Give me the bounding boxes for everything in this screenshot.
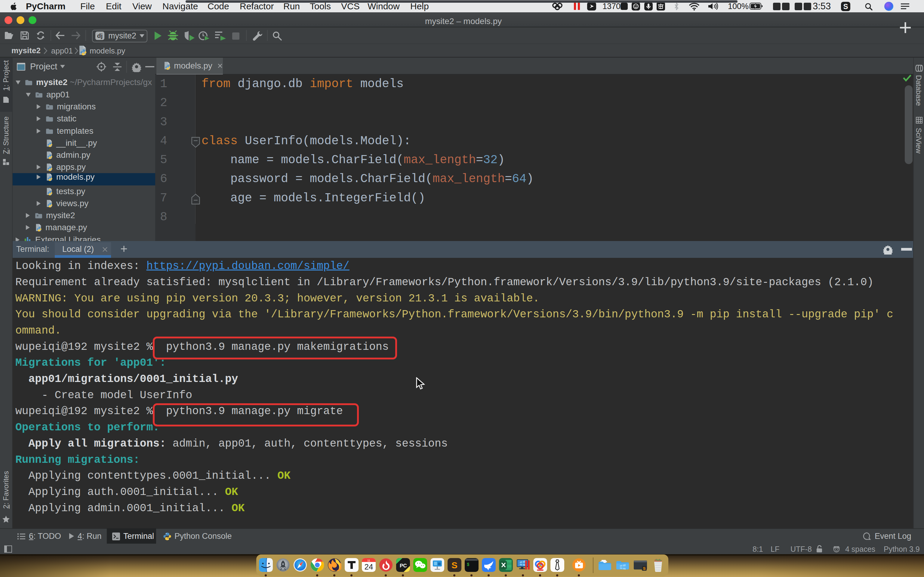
svg-text:$: $	[467, 562, 469, 567]
svg-text:11: 11	[367, 559, 370, 562]
svg-text:24: 24	[365, 562, 373, 571]
svg-text:S: S	[451, 560, 457, 570]
svg-text:S: S	[643, 566, 646, 571]
svg-text:PC: PC	[400, 563, 407, 569]
